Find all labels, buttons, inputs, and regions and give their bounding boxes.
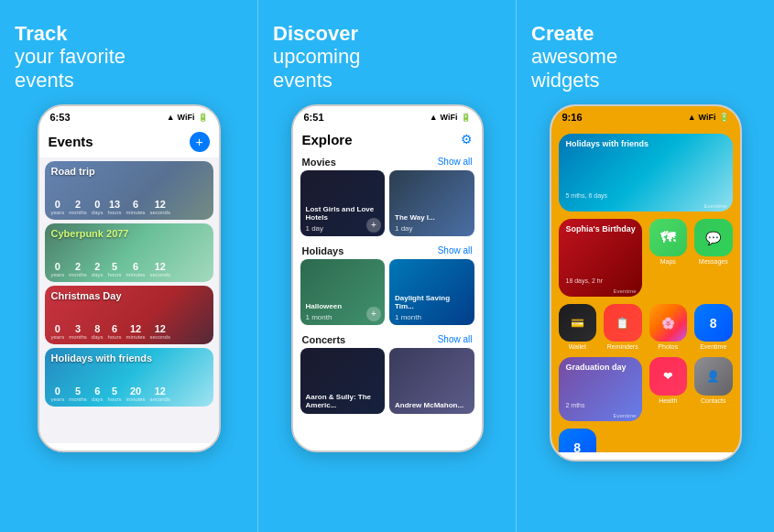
track-phone-inner: Events + Road trip 0years 2months 0days …	[39, 126, 219, 443]
create-phone-inner: Holidays with friends 5 mths, 6 days Eve…	[551, 126, 740, 452]
event-card-road[interactable]: Road trip 0years 2months 0days 13hours 6…	[45, 161, 213, 220]
movies-section-header: Movies Show all	[293, 153, 482, 170]
holiday-card-daylight[interactable]: Daylight Saving Tim... 1 month	[389, 259, 474, 325]
status-icons-discover: ▲ WiFi 🔋	[430, 113, 471, 122]
explore-header: Explore ⚙	[293, 126, 482, 153]
widget-grad-title: Graduation day	[566, 363, 627, 372]
widget-holidays-title: Holidays with friends	[566, 139, 649, 148]
time-track: 6:53	[50, 112, 71, 123]
reminders-label: Reminders	[607, 343, 638, 350]
app-col-maps: 🗺 Maps	[649, 219, 688, 297]
reminders-icon[interactable]: 📋	[604, 304, 642, 342]
contacts-icon[interactable]: 👤	[694, 357, 733, 396]
aaron-card-content: Aaron & Sully: The Americ...	[300, 389, 386, 414]
event-overlay-road: Road trip 0years 2months 0days 13hours 6…	[45, 161, 213, 220]
holidays-label: Holidays	[302, 245, 344, 256]
movie-the-way-title: The Way I...	[395, 213, 469, 223]
photos-label: Photos	[658, 343, 678, 350]
movies-show-all[interactable]: Show all	[438, 157, 473, 167]
health-label: Health	[659, 397, 677, 404]
concerts-show-all[interactable]: Show all	[438, 334, 473, 344]
movie-card-the-way-content: The Way I... 1 day	[389, 210, 474, 236]
time-create: 9:16	[562, 112, 583, 123]
event-card-holidays[interactable]: Holidays with friends 0years 5months 6da…	[45, 348, 213, 407]
status-icons-create: ▲ WiFi 🔋	[688, 113, 729, 122]
eventime-label: Eventime	[700, 343, 726, 350]
daylight-time: 1 month	[395, 313, 469, 321]
movie-card-the-way[interactable]: The Way I... 1 day	[389, 170, 474, 236]
widget-grad-badge: Eventime	[613, 413, 636, 418]
discover-phone: 6:51 ▲ WiFi 🔋 Explore ⚙ Movies Show all …	[291, 104, 484, 452]
event-counts-cyber: 0years 2months 2days 5hours 6minutes 12s…	[51, 261, 207, 277]
create-panel: Create awesome widgets 9:16 ▲ WiFi 🔋 Hol…	[517, 0, 774, 532]
photos-icon[interactable]: 🌸	[649, 304, 688, 342]
widget-holidays-badge: Eventime	[703, 203, 726, 209]
event-overlay-cyber: Cyberpunk 2077 0years 2months 2days 5hou…	[45, 223, 213, 282]
movie-card-lost-girls[interactable]: Lost Girls and Love Hotels 1 day +	[300, 170, 386, 236]
app-col-photos: 🌸 Photos	[649, 304, 688, 351]
event-overlay-xmas: Christmas Day 0years 3months 8days 6hour…	[45, 286, 213, 344]
wallet-icon[interactable]: 💳	[559, 304, 597, 342]
widget-holidays-large[interactable]: Holidays with friends 5 mths, 6 days Eve…	[559, 134, 733, 212]
widget-graduation[interactable]: Graduation day 2 mths Eventime	[559, 357, 642, 421]
movies-cards-row: Lost Girls and Love Hotels 1 day + The W…	[293, 170, 482, 242]
event-counts-road: 0years 2months 0days 13hours 6minutes 12…	[51, 199, 207, 215]
messages-icon[interactable]: 💬	[694, 219, 733, 257]
events-header: Events +	[39, 126, 219, 157]
widget-sophia[interactable]: Sophia's Birthday 18 days, 2 hr Eventime	[559, 219, 642, 297]
event-card-cyberpunk[interactable]: Cyberpunk 2077 0years 2months 2days 5hou…	[45, 223, 213, 282]
holidays-show-all[interactable]: Show all	[438, 245, 473, 255]
event-counts-xmas: 0years 3months 8days 6hours 12minutes 12…	[51, 323, 207, 340]
maps-icon[interactable]: 🗺	[649, 219, 688, 257]
andrew-card-content: Andrew McMahon...	[389, 397, 474, 414]
concerts-section-header: Concerts Show all	[293, 331, 482, 348]
concerts-label: Concerts	[302, 334, 346, 345]
track-phone: 6:53 ▲ WiFi 🔋 Events + Road trip 0years	[38, 104, 221, 452]
create-heading: Create awesome widgets	[531, 22, 759, 92]
app-col-eventime: 8 Eventime	[694, 304, 733, 351]
holiday-card-halloween[interactable]: Halloween 1 month +	[300, 259, 386, 325]
explore-title: Explore	[302, 132, 353, 147]
discover-panel: Discover upcoming events 6:51 ▲ WiFi 🔋 E…	[257, 0, 517, 532]
ios-home-screen: Holidays with friends 5 mths, 6 days Eve…	[551, 126, 740, 452]
holidays-section-header: Holidays Show all	[293, 242, 482, 259]
eventime2-icon[interactable]: 8	[559, 429, 597, 452]
track-panel: Track your favorite events 6:53 ▲ WiFi 🔋…	[0, 0, 257, 532]
andrew-title: Andrew McMahon...	[395, 401, 469, 410]
create-phone: 9:16 ▲ WiFi 🔋 Holidays with friends 5 mt…	[550, 104, 742, 461]
event-counts-holidays: 0years 5months 6days 5hours 20minutes 12…	[51, 385, 207, 402]
time-discover: 6:51	[304, 112, 324, 123]
movies-label: Movies	[302, 157, 336, 168]
aaron-title: Aaron & Sully: The Americ...	[306, 393, 380, 410]
halloween-plus[interactable]: +	[366, 307, 381, 321]
filter-icon[interactable]: ⚙	[461, 132, 473, 147]
event-name-road: Road trip	[51, 166, 207, 177]
event-overlay-holidays: Holidays with friends 0years 5months 6da…	[45, 348, 213, 407]
app-col-health: ❤ Health	[649, 357, 688, 421]
health-icon[interactable]: ❤	[649, 357, 688, 396]
widget-holidays-sublabel: 5 mths, 6 days	[566, 192, 608, 199]
wallet-label: Wallet	[569, 343, 586, 350]
concert-card-aaron[interactable]: Aaron & Sully: The Americ...	[300, 348, 386, 414]
widget-grad-sublabel: 2 mths	[566, 402, 585, 408]
app-col-wallet: 💳 Wallet	[559, 304, 597, 351]
widget-sophia-sublabel: 18 days, 2 hr	[566, 277, 603, 284]
concerts-cards-row: Aaron & Sully: The Americ... Andrew McMa…	[293, 348, 482, 419]
concert-card-andrew[interactable]: Andrew McMahon...	[389, 348, 474, 414]
widget-sophia-badge: Eventime	[613, 288, 636, 294]
event-name-xmas: Christmas Day	[51, 290, 207, 301]
event-card-xmas[interactable]: Christmas Day 0years 3months 8days 6hour…	[45, 286, 213, 344]
event-name-cyber: Cyberpunk 2077	[51, 228, 207, 239]
event-name-holidays: Holidays with friends	[51, 353, 207, 364]
add-event-button[interactable]: +	[190, 132, 210, 152]
movie-lost-girls-plus[interactable]: +	[366, 218, 381, 233]
discover-heading: Discover upcoming events	[273, 22, 501, 92]
status-icons-track: ▲ WiFi 🔋	[167, 113, 208, 122]
maps-label: Maps	[660, 258, 676, 265]
status-bar-create: 9:16 ▲ WiFi 🔋	[551, 106, 740, 126]
daylight-card-content: Daylight Saving Tim... 1 month	[389, 290, 474, 325]
widget-sophia-title: Sophia's Birthday	[566, 224, 636, 233]
events-title: Events	[49, 134, 93, 149]
eventime-icon[interactable]: 8	[694, 304, 733, 342]
app-col-reminders: 📋 Reminders	[604, 304, 642, 351]
